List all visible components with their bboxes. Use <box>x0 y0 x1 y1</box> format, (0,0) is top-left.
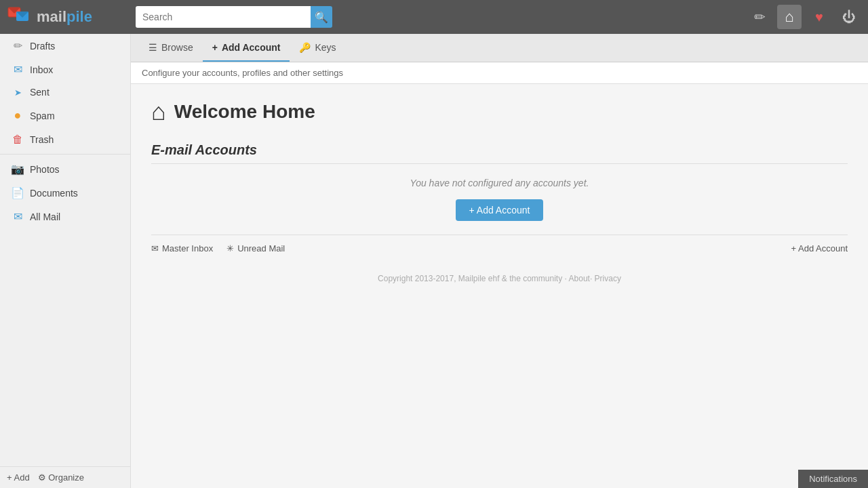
home-button[interactable]: ⌂ <box>777 5 802 29</box>
header-icons: ✏ ⌂ ♥ ⏻ <box>747 5 861 29</box>
photos-icon: 📷 <box>11 163 24 176</box>
power-button[interactable]: ⏻ <box>837 5 861 29</box>
footer-links: ✉ Master Inbox ✳ Unread Mail + Add Accou… <box>151 235 848 253</box>
spam-icon: ● <box>11 108 24 123</box>
search-icon: 🔍 <box>315 11 328 24</box>
sidebar-item-spam[interactable]: ● Spam <box>0 103 130 128</box>
info-bar: Configure your accounts, profiles and ot… <box>131 62 868 84</box>
master-inbox-link[interactable]: ✉ Master Inbox <box>151 243 213 253</box>
email-accounts-title: E-mail Accounts <box>151 142 848 164</box>
copyright: Copyright 2013-2017, Mailpile ehf & the … <box>151 274 848 283</box>
heart-icon: ♥ <box>815 9 823 25</box>
sidebar-divider <box>0 154 130 155</box>
add-button[interactable]: + Add <box>7 472 30 483</box>
sidebar-bottom: + Add ⚙ Organize <box>0 466 130 488</box>
inbox-icon: ✉ <box>11 63 24 76</box>
sidebar-label-drafts: Drafts <box>30 41 55 52</box>
logo-text: mailpile <box>37 8 92 26</box>
add-account-tab-icon: + <box>212 42 218 53</box>
page-content: ⌂ Welcome Home E-mail Accounts You have … <box>131 84 868 488</box>
sidebar-item-documents[interactable]: 📄 Documents <box>0 181 130 205</box>
sidebar-label-sent: Sent <box>30 87 50 98</box>
keys-icon: 🔑 <box>299 42 311 53</box>
welcome-house-icon: ⌂ <box>151 98 166 126</box>
search-button[interactable]: 🔍 <box>311 6 332 28</box>
documents-icon: 📄 <box>11 186 24 199</box>
copyright-text: Copyright 2013-2017, Mailpile ehf & the … <box>378 274 621 283</box>
tab-browse-label: Browse <box>161 42 193 53</box>
unread-mail-icon: ✳ <box>226 243 234 253</box>
tab-browse[interactable]: ☰ Browse <box>139 34 203 62</box>
tab-bar: ☰ Browse + Add Account 🔑 Keys <box>131 34 868 62</box>
trash-icon: 🗑 <box>11 134 24 146</box>
master-inbox-icon: ✉ <box>151 243 159 253</box>
compose-button[interactable]: ✏ <box>747 5 772 29</box>
no-accounts-message: You have not configured any accounts yet… <box>151 178 848 188</box>
sidebar-item-allmail[interactable]: ✉ All Mail <box>0 205 130 228</box>
tab-keys-label: Keys <box>315 42 336 53</box>
add-account-button[interactable]: + Add Account <box>456 199 544 221</box>
sidebar-label-documents: Documents <box>30 188 78 199</box>
notifications-bar[interactable]: Notifications <box>798 470 868 488</box>
unread-mail-link[interactable]: ✳ Unread Mail <box>226 243 285 253</box>
unread-mail-label: Unread Mail <box>237 243 285 253</box>
search-area: 🔍 <box>136 6 332 28</box>
master-inbox-label: Master Inbox <box>162 243 213 253</box>
browse-icon: ☰ <box>149 42 157 53</box>
sidebar-label-photos: Photos <box>30 164 60 175</box>
sidebar-item-sent[interactable]: ➤ Sent <box>0 81 130 103</box>
welcome-heading: ⌂ Welcome Home <box>151 98 848 126</box>
home-icon: ⌂ <box>785 8 793 26</box>
power-icon: ⏻ <box>842 9 856 25</box>
sidebar-item-photos[interactable]: 📷 Photos <box>0 157 130 181</box>
email-accounts-section: E-mail Accounts You have not configured … <box>151 142 848 221</box>
content-area: ☰ Browse + Add Account 🔑 Keys Configure … <box>131 34 868 488</box>
sent-icon: ➤ <box>11 87 24 98</box>
tab-add-account-label: Add Account <box>222 42 281 53</box>
sidebar-label-inbox: Inbox <box>30 64 53 75</box>
sidebar-label-trash: Trash <box>30 134 54 145</box>
main-layout: ✏ Drafts ✉ Inbox ➤ Sent ● Spam 🗑 Trash 📷… <box>0 34 868 488</box>
compose-icon: ✏ <box>754 9 766 25</box>
tab-keys[interactable]: 🔑 Keys <box>290 34 345 62</box>
logo-area: mailpile <box>7 5 136 29</box>
info-bar-text: Configure your accounts, profiles and ot… <box>142 68 343 78</box>
sidebar-item-drafts[interactable]: ✏ Drafts <box>0 34 130 58</box>
header: mailpile 🔍 ✏ ⌂ ♥ ⏻ <box>0 0 868 34</box>
allmail-icon: ✉ <box>11 210 24 223</box>
search-input[interactable] <box>136 6 311 28</box>
welcome-title: Welcome Home <box>174 101 315 123</box>
sidebar-item-inbox[interactable]: ✉ Inbox <box>0 58 130 81</box>
tab-add-account[interactable]: + Add Account <box>203 34 290 62</box>
favorites-button[interactable]: ♥ <box>807 5 831 29</box>
drafts-icon: ✏ <box>11 39 24 52</box>
sidebar-label-spam: Spam <box>30 110 55 121</box>
notifications-label: Notifications <box>809 474 857 484</box>
sidebar-label-allmail: All Mail <box>30 211 60 222</box>
organize-button[interactable]: ⚙ Organize <box>38 472 84 483</box>
sidebar-item-trash[interactable]: 🗑 Trash <box>0 128 130 151</box>
sidebar: ✏ Drafts ✉ Inbox ➤ Sent ● Spam 🗑 Trash 📷… <box>0 34 131 488</box>
footer-add-account-link[interactable]: + Add Account <box>791 243 848 253</box>
logo-icon <box>7 5 31 29</box>
